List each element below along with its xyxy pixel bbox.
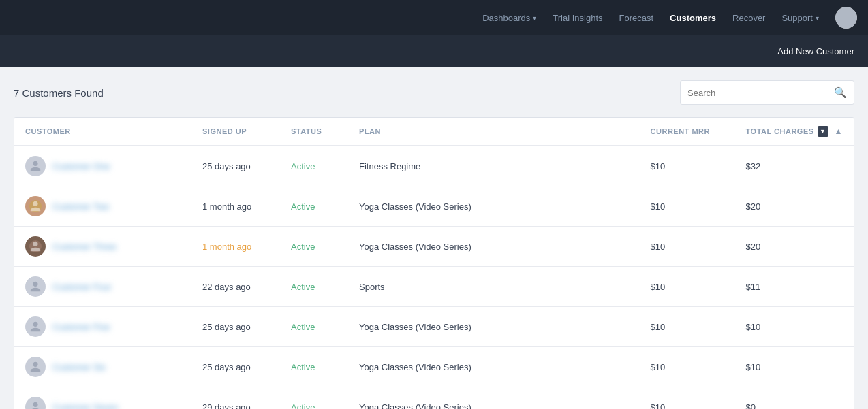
col-signed-up: SIGNED UP [191, 118, 280, 146]
signed-up-value: 25 days ago [202, 362, 251, 372]
signed-up-cell: 1 month ago [191, 227, 280, 267]
signed-up-value: 29 days ago [202, 402, 251, 410]
signed-up-value: 1 month ago [202, 242, 251, 252]
plan-cell: Yoga Classes (Video Series) [348, 186, 640, 227]
customer-name: Customer Five [52, 322, 110, 332]
customer-name: Customer Six [52, 362, 106, 372]
status-value: Active [291, 282, 315, 292]
chevron-down-icon: ▾ [533, 14, 536, 22]
customer-cell: Customer Two [14, 186, 191, 227]
nav-trial-insights-label: Trial Insights [553, 13, 602, 23]
table-body: Customer One 25 days ago Active Fitness … [14, 146, 854, 409]
table-row[interactable]: Customer Seven 29 days ago Active Yoga C… [14, 387, 854, 410]
total-charges-value: $10 [746, 362, 761, 372]
plan-value: Yoga Classes (Video Series) [359, 402, 471, 410]
customer-name: Customer One [52, 161, 110, 171]
total-charges-cell: $32 [735, 146, 854, 186]
customer-avatar [25, 276, 46, 297]
table-row[interactable]: Customer Five 25 days ago Active Yoga Cl… [14, 307, 854, 347]
status-cell: Active [280, 307, 348, 347]
total-charges-value: $32 [746, 161, 761, 171]
mrr-cell: $10 [640, 347, 735, 387]
signed-up-cell: 25 days ago [191, 307, 280, 347]
search-input[interactable] [687, 88, 834, 98]
customer-avatar [25, 196, 46, 216]
user-avatar[interactable] [835, 7, 857, 29]
table-row[interactable]: Customer Four 22 days ago Active Sports … [14, 267, 854, 307]
customer-avatar [25, 156, 46, 176]
chevron-down-icon: ▾ [816, 14, 819, 22]
nav-forecast[interactable]: Forecast [619, 13, 654, 23]
nav-recover-label: Recover [732, 13, 765, 23]
mrr-cell: $10 [640, 267, 735, 307]
table-row[interactable]: Customer One 25 days ago Active Fitness … [14, 146, 854, 186]
customer-name: Customer Seven [52, 402, 119, 410]
col-customer: CUSTOMER [14, 118, 191, 146]
plan-cell: Yoga Classes (Video Series) [348, 347, 640, 387]
nav-support-label: Support [781, 13, 813, 23]
customer-avatar [25, 316, 46, 337]
plan-value: Yoga Classes (Video Series) [359, 322, 471, 332]
table-row[interactable]: Customer Three 1 month ago Active Yoga C… [14, 227, 854, 267]
customer-cell: Customer Six [14, 347, 191, 387]
nav-support[interactable]: Support ▾ [781, 13, 819, 23]
total-charges-value: $10 [746, 322, 761, 332]
signed-up-value: 1 month ago [202, 201, 251, 212]
signed-up-cell: 1 month ago [191, 186, 280, 227]
total-charges-value: $20 [746, 242, 761, 252]
mrr-value: $10 [651, 362, 666, 372]
nav-customers[interactable]: Customers [670, 13, 716, 23]
col-current-mrr: CURRENT MRR [640, 118, 735, 146]
plan-cell: Yoga Classes (Video Series) [348, 227, 640, 267]
signed-up-value: 22 days ago [202, 282, 251, 292]
customer-cell: Customer Four [14, 267, 191, 307]
nav-dashboards[interactable]: Dashboards ▾ [482, 13, 536, 23]
customer-cell: Customer Seven [14, 387, 191, 410]
mrr-cell: $10 [640, 227, 735, 267]
customers-table: CUSTOMER SIGNED UP STATUS PLAN CURRENT M… [14, 118, 854, 409]
customer-cell: Customer Three [14, 227, 191, 267]
signed-up-cell: 29 days ago [191, 387, 280, 410]
status-value: Active [291, 402, 315, 410]
add-new-customer-button[interactable]: Add New Customer [777, 46, 854, 56]
status-value: Active [291, 242, 315, 252]
mrr-value: $10 [651, 322, 666, 332]
mrr-cell: $10 [640, 186, 735, 227]
plan-value: Yoga Classes (Video Series) [359, 201, 471, 212]
col-total-charges[interactable]: TOTAL CHARGES ▼ ▲ [735, 118, 854, 146]
status-value: Active [291, 161, 315, 171]
mrr-value: $10 [651, 282, 666, 292]
customer-name: Customer Three [52, 242, 117, 252]
nav-recover[interactable]: Recover [732, 13, 765, 23]
signed-up-value: 25 days ago [202, 322, 251, 332]
customer-name: Customer Two [52, 201, 110, 212]
status-cell: Active [280, 227, 348, 267]
col-status: STATUS [280, 118, 348, 146]
customers-table-container: CUSTOMER SIGNED UP STATUS PLAN CURRENT M… [14, 117, 854, 409]
plan-cell: Sports [348, 267, 640, 307]
total-charges-cell: $0 [735, 387, 854, 410]
col-plan: PLAN [348, 118, 640, 146]
mrr-cell: $10 [640, 387, 735, 410]
mrr-value: $10 [651, 201, 666, 212]
scroll-up-icon[interactable]: ▲ [835, 127, 843, 136]
table-row[interactable]: Customer Six 25 days ago Active Yoga Cla… [14, 347, 854, 387]
total-charges-value: $11 [746, 282, 761, 292]
subheader: Add New Customer [0, 35, 868, 67]
sort-icon[interactable]: ▼ [818, 126, 828, 137]
table-row[interactable]: Customer Two 1 month ago Active Yoga Cla… [14, 186, 854, 227]
status-cell: Active [280, 347, 348, 387]
status-cell: Active [280, 186, 348, 227]
total-charges-cell: $10 [735, 307, 854, 347]
customer-cell: Customer One [14, 146, 191, 186]
plan-value: Fitness Regime [359, 161, 420, 171]
customer-avatar [25, 397, 46, 409]
content-area: 7 Customers Found 🔍 CUSTOMER SIGNED UP S… [0, 67, 868, 409]
mrr-cell: $10 [640, 146, 735, 186]
nav-trial-insights[interactable]: Trial Insights [553, 13, 602, 23]
mrr-cell: $10 [640, 307, 735, 347]
status-value: Active [291, 201, 315, 212]
signed-up-value: 25 days ago [202, 161, 251, 171]
customer-avatar [25, 236, 46, 257]
plan-value: Yoga Classes (Video Series) [359, 242, 471, 252]
